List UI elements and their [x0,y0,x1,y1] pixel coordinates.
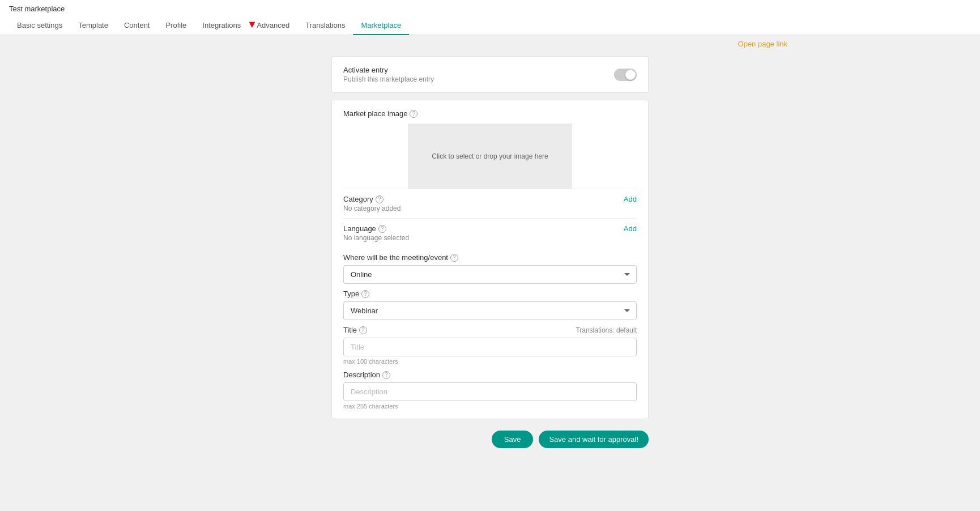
title-field-group: Title ? Translations: default max 100 ch… [343,326,637,365]
language-value: No language selected [343,234,409,242]
location-dropdown[interactable]: Online In person Hybrid [343,265,637,284]
language-help-icon[interactable]: ? [378,225,386,233]
marketplace-image-card: Market place image ? Click to select or … [331,100,649,419]
save-button[interactable]: Save [492,431,534,448]
description-field-group: Description ? max 255 characters [343,371,637,410]
activate-entry-subtitle: Publish this marketplace entry [343,75,434,83]
location-help-icon[interactable]: ? [450,254,458,262]
description-help-icon[interactable]: ? [382,371,390,379]
type-label: Type ? [343,289,637,298]
translations-row: Title ? Translations: default [343,326,637,334]
language-info: Language ? No language selected [343,224,409,242]
tab-profile[interactable]: Profile [158,16,195,35]
type-dropdown[interactable]: Webinar Workshop Course Seminar [343,301,637,320]
title-input[interactable] [343,338,637,356]
title-field-label: Title ? [343,326,367,334]
activate-entry-row: Activate entry Publish this marketplace … [343,66,637,83]
activate-entry-card: Activate entry Publish this marketplace … [331,56,649,93]
type-help-icon[interactable]: ? [361,290,369,298]
dropzone-text: Click to select or drop your image here [432,152,548,160]
nav-tabs: Basic settings Template Content Profile … [9,16,971,35]
save-approval-button[interactable]: Save and wait for approval! [539,431,649,448]
category-help-icon[interactable]: ? [376,195,384,203]
language-add-button[interactable]: Add [624,224,637,233]
language-row: Language ? No language selected Add [343,218,637,248]
activate-entry-toggle[interactable] [614,69,637,81]
category-row: Category ? No category added Add [343,189,637,218]
marketplace-image-label: Market place image ? [343,109,637,118]
location-field-group: Where will be the meeting/event ? Online… [343,253,637,284]
tab-marketplace[interactable]: Marketplace [353,16,409,35]
arrow-indicator: ▼ [247,19,257,31]
language-label: Language [343,224,376,233]
translations-text: Translations: default [576,326,637,334]
category-label: Category [343,195,373,203]
image-dropzone[interactable]: Click to select or drop your image here [408,124,572,189]
description-char-limit: max 255 characters [343,403,637,410]
description-field-label: Description ? [343,371,637,379]
tab-template[interactable]: Template [70,16,116,35]
category-add-button[interactable]: Add [624,195,637,203]
title-char-limit: max 100 characters [343,358,637,365]
action-bar: Save Save and wait for approval! [331,426,649,457]
location-label: Where will be the meeting/event ? [343,253,637,262]
category-value: No category added [343,205,400,212]
activate-entry-title: Activate entry [343,66,434,74]
tab-integrations[interactable]: Integrations [194,16,249,35]
title-help-icon[interactable]: ? [359,326,367,334]
tab-content[interactable]: Content [116,16,158,35]
tab-translations[interactable]: Translations [297,16,353,35]
type-field-group: Type ? Webinar Workshop Course Seminar [343,289,637,320]
category-info: Category ? No category added [343,195,400,212]
top-action-bar: Open page link [0,35,980,50]
activate-entry-text: Activate entry Publish this marketplace … [343,66,434,83]
description-input[interactable] [343,382,637,401]
main-content: Activate entry Publish this marketplace … [0,50,980,463]
tab-basic-settings[interactable]: Basic settings [9,16,70,35]
app-title: Test marketplace [9,5,971,13]
form-container: Activate entry Publish this marketplace … [331,56,649,457]
open-page-link[interactable]: Open page link [738,40,787,48]
marketplace-image-help-icon[interactable]: ? [410,110,417,118]
